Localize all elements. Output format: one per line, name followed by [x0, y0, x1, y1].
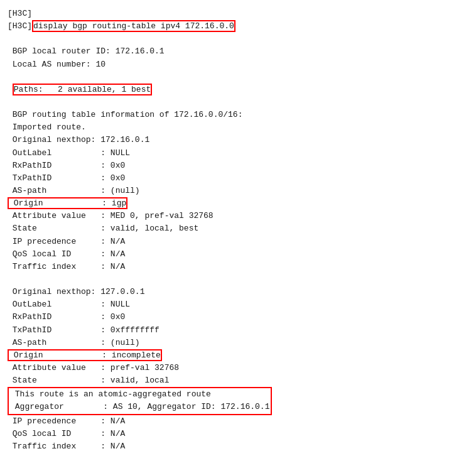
output-line: TxPathID : 0x0 [8, 172, 468, 185]
output-line: State : valid, local [8, 374, 468, 387]
output-line: QoS local ID : N/A [8, 428, 468, 440]
output-line: Traffic index : N/A [8, 261, 468, 273]
output-line: RxPathID : 0x0 [8, 160, 468, 172]
blank-line [8, 96, 468, 109]
paths-line: Paths: 2 available, 1 best [8, 84, 468, 96]
output-line: [H3C] [8, 8, 468, 20]
output-line: IP precedence : N/A [8, 236, 468, 248]
output-line: Local AS number: 10 [8, 58, 468, 71]
command-line: [H3C]display bgp routing-table ipv4 172.… [8, 20, 468, 33]
paths-text: Paths: 2 available, 1 best [13, 84, 152, 95]
output-line: Original nexthop: 172.16.0.1 [8, 134, 468, 146]
output-line: TxPathID : 0xffffffff [8, 324, 468, 337]
output-line: AS-path : (null) [8, 337, 468, 349]
prompt: [H3C] [8, 21, 32, 31]
atomic-box: This route is an atomic-aggregated route… [8, 387, 272, 415]
output-line: BGP local router ID: 172.16.0.1 [8, 45, 468, 58]
blank-line [8, 71, 468, 84]
output-line: QoS local ID : N/A [8, 248, 468, 261]
output-line: Imported route. [8, 121, 468, 134]
origin-text: Origin : igp [8, 197, 127, 209]
origin-line: Origin : incomplete [8, 349, 468, 362]
output-line: Traffic index : N/A [8, 440, 468, 451]
output-line: State : valid, local, best [8, 222, 468, 235]
command-text: display bgp routing-table ipv4 172.16.0.… [32, 20, 235, 32]
output-line: IP precedence : N/A [8, 415, 468, 428]
origin-text: Origin : incomplete [8, 349, 162, 361]
output-line: Original nexthop: 127.0.0.1 [8, 286, 468, 298]
blank-line [8, 273, 468, 286]
output-line: RxPathID : 0x0 [8, 311, 468, 323]
output-line: Attribute value : pref-val 32768 [8, 362, 468, 374]
output-line: OutLabel : NULL [8, 298, 468, 311]
blank-line [8, 33, 468, 45]
output-line: Attribute value : MED 0, pref-val 32768 [8, 210, 468, 222]
atomic-aggregated-block: This route is an atomic-aggregated route… [8, 387, 468, 415]
output-line: OutLabel : NULL [8, 147, 468, 160]
output-line: AS-path : (null) [8, 185, 468, 197]
terminal-output: [H3C][H3C]display bgp routing-table ipv4… [6, 5, 470, 451]
output-line: BGP routing table information of 172.16.… [8, 109, 468, 121]
origin-line: Origin : igp [8, 197, 468, 210]
